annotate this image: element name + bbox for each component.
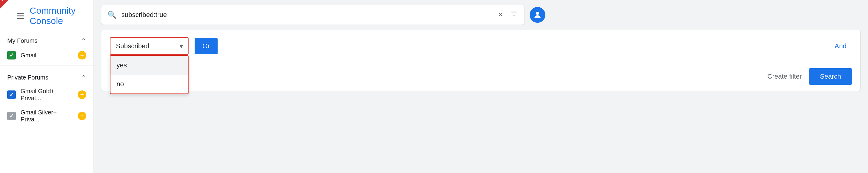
- my-forums-section: My Forums ⌃ Gmail: [0, 31, 94, 63]
- my-forums-label: My Forums: [7, 37, 37, 44]
- gmail-check-icon: [7, 51, 16, 59]
- gmail-gold-check-icon: [7, 91, 16, 99]
- gmail-silver-add-icon[interactable]: [78, 112, 86, 120]
- my-forums-header[interactable]: My Forums ⌃: [0, 34, 94, 47]
- search-bar-container: 🔍 ✕: [94, 0, 868, 30]
- gmail-gold-add-icon[interactable]: [78, 91, 86, 99]
- hamburger-icon[interactable]: [17, 13, 24, 19]
- clear-icon[interactable]: ✕: [497, 10, 504, 20]
- filter-footer: ? Create filter Search: [101, 62, 861, 91]
- private-forums-label: Private Forums: [7, 74, 49, 81]
- gmail-silver-label: Gmail Silver+ Priva...: [21, 109, 73, 123]
- or-button[interactable]: Or: [195, 38, 218, 54]
- search-icon: 🔍: [107, 10, 117, 19]
- search-box: 🔍 ✕: [101, 5, 525, 25]
- subscribed-select[interactable]: Subscribed: [110, 37, 189, 55]
- search-input[interactable]: [121, 11, 492, 19]
- sidebar-divider: [0, 66, 94, 66]
- create-filter-button[interactable]: Create filter: [768, 73, 802, 80]
- option-no[interactable]: no: [111, 75, 188, 94]
- gmail-add-icon[interactable]: [78, 51, 86, 59]
- sidebar-item-gmail-gold[interactable]: Gmail Gold+ Privat...: [0, 84, 94, 105]
- footer-actions: Create filter Search: [768, 68, 852, 85]
- dropdown-options: yes no: [110, 55, 189, 94]
- gmail-silver-check-icon: [7, 112, 16, 120]
- svg-point-0: [536, 12, 539, 15]
- private-forums-section: Private Forums ⌃ Gmail Gold+ Privat... G…: [0, 68, 94, 127]
- filter-select-wrapper: Subscribed ▼ yes no: [110, 37, 189, 55]
- avatar[interactable]: [530, 7, 546, 23]
- my-forums-chevron-icon: ⌃: [81, 37, 86, 44]
- sidebar-item-gmail-silver[interactable]: Gmail Silver+ Priva...: [0, 105, 94, 127]
- search-button[interactable]: Search: [809, 68, 852, 85]
- and-button[interactable]: And: [829, 39, 852, 53]
- sidebar-header: Community Console: [0, 0, 94, 31]
- private-forums-chevron-icon: ⌃: [81, 74, 86, 81]
- filter-icon[interactable]: [509, 9, 519, 20]
- option-yes[interactable]: yes: [111, 56, 188, 75]
- filter-panel: Subscribed ▼ yes no Or And ? Create filt…: [101, 30, 861, 91]
- main-content: 🔍 ✕ Subscribed ▼: [94, 0, 868, 173]
- filter-row: Subscribed ▼ yes no Or And: [101, 30, 861, 62]
- sidebar-item-gmail[interactable]: Gmail: [0, 47, 94, 63]
- gmail-label: Gmail: [21, 52, 73, 59]
- sidebar: Alpha Community Console My Forums ⌃ Gmai…: [0, 0, 94, 173]
- gmail-gold-label: Gmail Gold+ Privat...: [21, 88, 73, 102]
- app-title: Community Console: [30, 5, 88, 26]
- private-forums-header[interactable]: Private Forums ⌃: [0, 71, 94, 84]
